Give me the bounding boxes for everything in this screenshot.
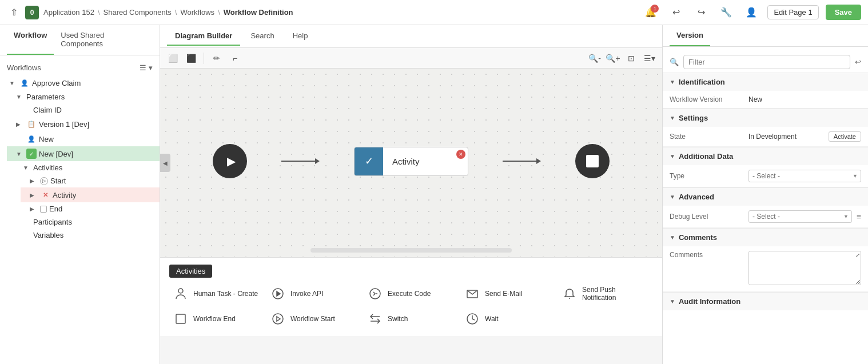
tab-version[interactable]: Version: [670, 25, 710, 46]
section-comments[interactable]: ▼ Comments: [663, 228, 868, 246]
wait-label: Wait: [485, 315, 499, 323]
check-icon: ✓: [365, 155, 373, 167]
field-debug-level: Debug Level - Select - ≡: [663, 206, 868, 228]
expand-textarea-icon[interactable]: ⤢: [855, 252, 860, 258]
tree-item-claim-id[interactable]: Claim ID: [14, 103, 160, 117]
version-icon: 📋: [26, 119, 37, 129]
type-select-wrapper: - Select -: [748, 170, 861, 182]
activity-close-button[interactable]: ✕: [456, 150, 465, 159]
user-button[interactable]: 👤: [742, 3, 761, 22]
breadcrumb-sep-1: \: [98, 8, 100, 17]
redo-button[interactable]: ↪: [692, 3, 710, 22]
start-node[interactable]: ▶: [213, 144, 247, 178]
type-select[interactable]: - Select -: [748, 170, 861, 182]
activity-workflow-end[interactable]: Workflow End: [169, 309, 264, 329]
switch-label: Switch: [388, 315, 408, 323]
section-settings[interactable]: ▼ Settings: [663, 109, 868, 127]
end-node[interactable]: [575, 144, 610, 178]
workflow-version-value: New: [748, 95, 861, 103]
tree-item-participants[interactable]: Participants: [14, 215, 160, 229]
breadcrumb-shared[interactable]: Shared Components: [103, 8, 172, 17]
push-notification-icon: [562, 286, 578, 302]
tools-button[interactable]: 🔧: [717, 3, 735, 22]
field-workflow-version: Workflow Version New: [663, 91, 868, 109]
edit-page-button[interactable]: Edit Page 1: [767, 5, 818, 19]
tree-item-activity[interactable]: ▶ ✕ Activity: [21, 187, 160, 202]
main-layout: Workflow Used Shared Components Workflow…: [0, 25, 868, 364]
notifications-button[interactable]: 🔔 1: [642, 3, 660, 22]
corner-button[interactable]: ⌐: [227, 50, 243, 66]
activity-body: Activity: [383, 147, 433, 175]
edit-button[interactable]: ✏: [209, 50, 225, 66]
approve-claim-children: ▼ Parameters Claim ID ▶ 📋 Version 1 [Dev…: [0, 90, 160, 242]
tab-workflow[interactable]: Workflow: [7, 25, 54, 55]
tab-used-shared-components[interactable]: Used Shared Components: [54, 25, 153, 55]
activities-panel: Activities Human Task - Create: [160, 257, 662, 336]
activity-node[interactable]: ✓ Activity ✕: [354, 147, 468, 176]
tree-item-activities[interactable]: ▼ Activities: [14, 161, 160, 174]
comments-chevron: ▼: [670, 234, 675, 241]
section-audit[interactable]: ▼ Audit Information: [663, 292, 868, 310]
tree-item-variables[interactable]: Variables: [14, 229, 160, 242]
tab-help[interactable]: Help: [285, 27, 316, 46]
debug-level-select[interactable]: - Select -: [748, 210, 852, 223]
section-identification[interactable]: ▼ Identification: [663, 73, 868, 91]
tree-item-version1[interactable]: ▶ 📋 Version 1 [Dev]: [7, 117, 160, 131]
activity-wait[interactable]: Wait: [461, 309, 556, 329]
workflow-start-icon: [270, 311, 286, 327]
human-task-label: Human Task - Create: [193, 290, 258, 298]
back-button[interactable]: ⇧: [7, 6, 21, 19]
tab-diagram-builder[interactable]: Diagram Builder: [167, 27, 240, 46]
chevron-icon: ▶: [30, 206, 38, 212]
align-right-button[interactable]: ⬛: [183, 50, 199, 66]
left-collapse-button[interactable]: ◀: [160, 154, 170, 172]
undo-button[interactable]: ↩: [667, 3, 685, 22]
horizontal-scrollbar[interactable]: [310, 248, 511, 253]
align-left-button[interactable]: ⬜: [165, 50, 181, 66]
tab-search[interactable]: Search: [242, 27, 282, 46]
diagram-canvas[interactable]: ◀ ▶ ✓ Activity ✕: [160, 69, 662, 257]
filter-options-icon[interactable]: ↩: [855, 58, 861, 66]
activity-human-task[interactable]: Human Task - Create: [169, 283, 264, 304]
tree-item-parameters[interactable]: ▼ Parameters: [7, 90, 160, 103]
section-advanced[interactable]: ▼ Advanced: [663, 187, 868, 206]
activity-switch[interactable]: Switch: [364, 309, 459, 329]
tree-item-start[interactable]: ▶ ▷ Start: [21, 174, 160, 187]
execute-code-label: Execute Code: [388, 290, 431, 298]
activity-push-notification[interactable]: Send Push Notification: [558, 283, 653, 304]
activity-send-email[interactable]: Send E-Mail: [461, 283, 556, 304]
activate-button[interactable]: Activate: [829, 131, 861, 142]
section-additional-data[interactable]: ▼ Additional Data: [663, 147, 868, 165]
tree-item-approve-claim[interactable]: ▼ 👤 Approve Claim: [0, 75, 160, 90]
approve-claim-label: Approve Claim: [32, 79, 155, 87]
tree-item-new[interactable]: 👤 New: [7, 131, 160, 146]
sidebar-content: Workflows ☰ ▾ ▼ 👤 Approve Claim ▼ Parame…: [0, 55, 160, 364]
end-icon: [40, 206, 47, 213]
advanced-title: Advanced: [679, 193, 714, 201]
left-sidebar: Workflow Used Shared Components Workflow…: [0, 25, 160, 364]
sidebar-tabs: Workflow Used Shared Components: [0, 25, 160, 55]
settings-chevron: ▼: [670, 115, 675, 121]
diagram-tabs: Diagram Builder Search Help: [160, 25, 662, 48]
tree-item-end[interactable]: ▶ End: [21, 202, 160, 215]
debug-list-icon[interactable]: ≡: [857, 212, 861, 221]
audit-title: Audit Information: [679, 297, 740, 306]
filter-input[interactable]: [683, 55, 850, 69]
comments-textarea[interactable]: [748, 251, 861, 285]
sidebar-menu-icon[interactable]: ☰ ▾: [140, 63, 153, 72]
svg-point-8: [273, 314, 283, 324]
menu-button[interactable]: ☰▾: [642, 50, 658, 66]
activity-invoke-api[interactable]: Invoke API: [266, 283, 361, 304]
fit-button[interactable]: ⊡: [623, 50, 639, 66]
tree-item-new-dev[interactable]: ▼ ✓ New [Dev]: [7, 146, 160, 161]
activity-workflow-start[interactable]: Workflow Start: [266, 309, 361, 329]
breadcrumb-workflows[interactable]: Workflows: [180, 8, 214, 17]
activity-execute-code[interactable]: Execute Code: [364, 283, 459, 304]
zoom-out-button[interactable]: 🔍-: [587, 50, 603, 66]
zoom-in-button[interactable]: 🔍+: [605, 50, 621, 66]
send-email-label: Send E-Mail: [485, 290, 522, 298]
breadcrumb-app[interactable]: Application 152: [43, 8, 94, 17]
save-button[interactable]: Save: [826, 5, 861, 20]
field-comments: Comments ⤢: [663, 246, 868, 292]
advanced-chevron: ▼: [670, 194, 675, 200]
